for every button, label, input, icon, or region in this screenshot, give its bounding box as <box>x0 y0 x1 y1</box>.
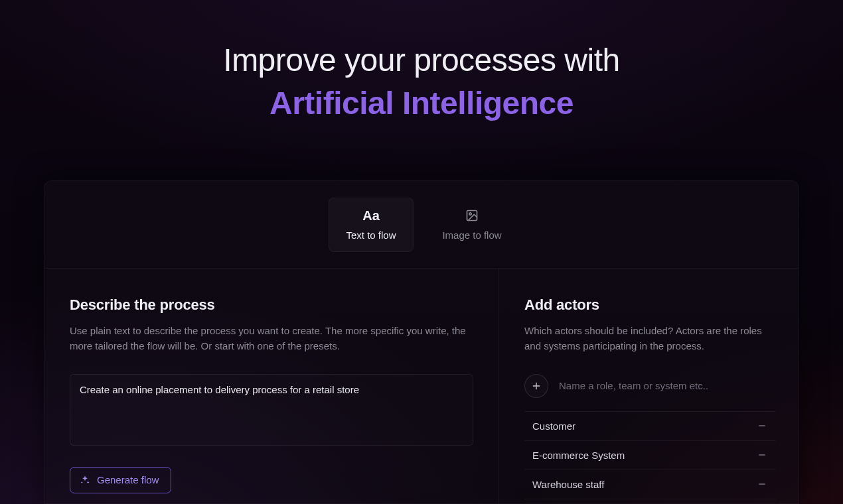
describe-desc: Use plain text to describe the process y… <box>70 323 473 354</box>
page-root: Improve your processes with Artificial I… <box>0 0 843 504</box>
remove-actor-button[interactable] <box>755 448 769 462</box>
generate-flow-button[interactable]: Generate flow <box>70 467 171 493</box>
remove-actor-button[interactable] <box>755 418 769 433</box>
headline: Improve your processes with Artificial I… <box>223 41 619 123</box>
add-actor-button[interactable] <box>524 374 548 398</box>
tab-image-to-flow[interactable]: Image to flow <box>429 198 514 252</box>
actors-title: Add actors <box>524 296 776 314</box>
describe-textarea-wrap <box>70 374 473 448</box>
actor-item: E-commerce System <box>524 441 776 470</box>
actor-list: Customer E-commerce System Warehouse sta… <box>524 411 776 499</box>
tab-text-to-flow[interactable]: Aa Text to flow <box>329 198 414 252</box>
sparkle-icon <box>80 475 90 485</box>
main-card: Aa Text to flow Image to flow Describe t… <box>44 180 799 504</box>
tab-text-to-flow-label: Text to flow <box>346 229 396 241</box>
remove-actor-button[interactable] <box>755 477 769 491</box>
actor-name: E-commerce System <box>532 450 625 461</box>
actors-panel: Add actors Which actors should be includ… <box>499 269 799 503</box>
describe-title: Describe the process <box>70 296 473 314</box>
actor-add-row <box>524 374 776 398</box>
svg-point-1 <box>469 213 471 215</box>
describe-panel: Describe the process Use plain text to d… <box>44 269 499 503</box>
actor-item: Customer <box>524 412 776 441</box>
generate-flow-label: Generate flow <box>97 474 159 485</box>
headline-line1: Improve your processes with <box>223 41 619 80</box>
actors-desc: Which actors should be included? Actors … <box>524 323 776 354</box>
actor-name: Warehouse staff <box>532 479 604 490</box>
image-icon <box>465 208 479 223</box>
actor-name-input[interactable] <box>559 380 776 391</box>
actor-name: Customer <box>532 420 575 432</box>
actor-item: Warehouse staff <box>524 470 776 499</box>
describe-textarea[interactable] <box>70 374 473 446</box>
tabs: Aa Text to flow Image to flow <box>44 181 799 269</box>
headline-line2: Artificial Intelligence <box>223 84 619 123</box>
tab-image-to-flow-label: Image to flow <box>442 229 501 241</box>
text-icon: Aa <box>362 208 380 223</box>
card-body: Describe the process Use plain text to d… <box>44 269 799 503</box>
